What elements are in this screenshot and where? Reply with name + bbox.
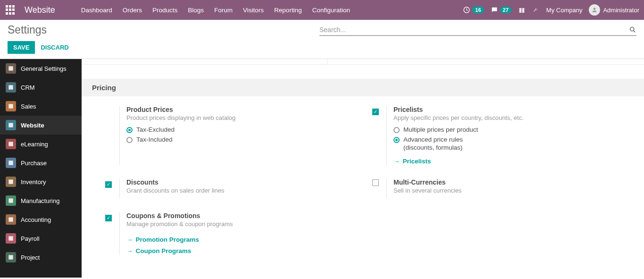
sidebar-item-label: Accounting (21, 216, 51, 223)
svg-rect-10 (8, 142, 13, 146)
radio-tax-excluded[interactable] (126, 127, 133, 133)
product-prices-title: Product Prices (126, 106, 353, 113)
sidebar-item-inventory[interactable]: Inventory (0, 172, 82, 191)
sidebar-item-elearning[interactable]: eLearning (0, 135, 82, 153)
settings-sidebar[interactable]: General SettingsCRMSalesWebsiteeLearning… (0, 59, 82, 278)
sidebar-item-label: eLearning (21, 141, 48, 148)
checkbox-discounts[interactable] (105, 181, 112, 188)
svg-rect-13 (8, 198, 13, 203)
nav-menu: Dashboard Orders Products Blogs Forum Vi… (81, 7, 350, 14)
sidebar-item-sales[interactable]: Sales (0, 97, 82, 116)
svg-rect-9 (8, 123, 13, 127)
svg-rect-16 (8, 255, 13, 259)
control-panel: Settings SAVE DISCARD (0, 20, 644, 59)
settings-main[interactable]: Pricing Product Prices Product prices di… (82, 59, 644, 278)
radio-advanced-rules[interactable] (393, 137, 400, 143)
svg-point-5 (630, 27, 634, 31)
sidebar-icon (6, 233, 16, 244)
user-menu[interactable]: Administrator (589, 4, 639, 16)
search-wrap (319, 24, 636, 36)
chat-badge[interactable]: 27 (491, 6, 511, 14)
sidebar-item-label: Sales (21, 103, 36, 110)
svg-rect-3 (521, 8, 522, 13)
radio-tax-included[interactable] (126, 137, 133, 143)
radio-multi-prices[interactable] (393, 127, 400, 133)
sidebar-item-payroll[interactable]: Payroll (0, 229, 82, 248)
link-coupon-programs[interactable]: → Coupon Programs (126, 247, 191, 254)
nav-right: 16 27 My Company Administrator (463, 4, 639, 16)
sidebar-icon (6, 63, 16, 74)
setting-coupons: Coupons & Promotions Manage promotion & … (105, 212, 353, 255)
sidebar-item-general-settings[interactable]: General Settings (0, 59, 82, 78)
checkbox-multicurrencies[interactable] (372, 179, 379, 186)
sidebar-icon (6, 252, 16, 262)
nav-reporting[interactable]: Reporting (274, 7, 302, 14)
brand-title[interactable]: Website (25, 5, 55, 15)
chat-icon (491, 6, 498, 14)
radio-multi-prices-label: Multiple prices per product (403, 126, 478, 133)
arrow-icon: → (393, 158, 400, 165)
setting-discounts: Discounts Grant discounts on sales order… (105, 178, 353, 199)
setting-product-prices: Product Prices Product prices displaying… (105, 106, 353, 165)
product-prices-desc: Product prices displaying in web catalog (126, 114, 353, 121)
sidebar-item-label: Purchase (21, 160, 47, 167)
svg-rect-14 (8, 217, 13, 221)
apps-icon[interactable] (5, 4, 16, 16)
link-promotion-programs[interactable]: → Promotion Programs (126, 236, 199, 243)
sidebar-icon (6, 214, 16, 225)
pricelists-desc: Apply specific prices per country, disco… (393, 114, 620, 121)
nav-blogs[interactable]: Blogs (188, 7, 204, 14)
checkbox-coupons[interactable] (105, 215, 112, 221)
nav-orders[interactable]: Orders (123, 7, 142, 14)
discard-button[interactable]: DISCARD (41, 44, 68, 51)
avatar-icon (589, 4, 600, 16)
sidebar-item-crm[interactable]: CRM (0, 78, 82, 97)
coupons-desc: Manage promotion & coupon programs (126, 220, 353, 228)
sidebar-item-purchase[interactable]: Purchase (0, 153, 82, 172)
sidebar-item-label: CRM (21, 84, 35, 91)
svg-rect-15 (8, 236, 13, 240)
nav-dashboard[interactable]: Dashboard (81, 7, 112, 14)
svg-rect-11 (8, 161, 13, 165)
save-button[interactable]: SAVE (8, 41, 35, 54)
sidebar-item-project[interactable]: Project (0, 248, 82, 267)
nav-configuration[interactable]: Configuration (312, 7, 350, 14)
page-title: Settings (8, 24, 47, 36)
setting-pricelists: Pricelists Apply specific prices per cou… (372, 106, 620, 165)
nav-products[interactable]: Products (152, 7, 177, 14)
radio-tax-excluded-label: Tax-Excluded (136, 126, 175, 133)
company-name[interactable]: My Company (546, 7, 583, 14)
search-input[interactable] (319, 26, 629, 34)
pricelists-title: Pricelists (393, 106, 620, 113)
svg-rect-12 (8, 179, 13, 184)
clock-badge[interactable]: 16 (463, 6, 484, 14)
link-pricelists[interactable]: → Pricelists (393, 158, 431, 165)
coupons-title: Coupons & Promotions (126, 212, 353, 220)
section-pricing-body: Product Prices Product prices displaying… (82, 96, 644, 264)
sidebar-icon (6, 139, 16, 149)
svg-rect-8 (8, 104, 13, 108)
sidebar-item-manufacturing[interactable]: Manufacturing (0, 191, 82, 210)
sidebar-item-website[interactable]: Website (0, 116, 82, 135)
sidebar-item-label: Manufacturing (21, 197, 59, 204)
arrow-icon: → (126, 236, 133, 243)
clock-count: 16 (472, 7, 484, 13)
multicur-desc: Sell in several currencies (393, 187, 620, 194)
nav-forum[interactable]: Forum (214, 7, 233, 14)
setting-multi-currencies: Multi-Currencies Sell in several currenc… (372, 178, 620, 199)
section-pricing-header: Pricing (82, 79, 644, 96)
sidebar-item-label: Inventory (21, 178, 46, 186)
gift-icon[interactable] (518, 6, 526, 14)
sidebar-icon (6, 158, 16, 168)
sidebar-item-accounting[interactable]: Accounting (0, 210, 82, 229)
sidebar-icon (6, 101, 16, 111)
wrench-icon[interactable] (532, 6, 540, 14)
checkbox-pricelists[interactable] (372, 109, 379, 115)
sidebar-item-label: Website (21, 122, 44, 129)
sidebar-icon (6, 120, 16, 130)
search-icon[interactable] (629, 26, 636, 34)
nav-visitors[interactable]: Visitors (243, 7, 264, 14)
advanced-rules-sub: (discounts, formulas) (403, 144, 620, 151)
chat-count: 27 (500, 7, 511, 13)
user-name: Administrator (603, 7, 639, 14)
